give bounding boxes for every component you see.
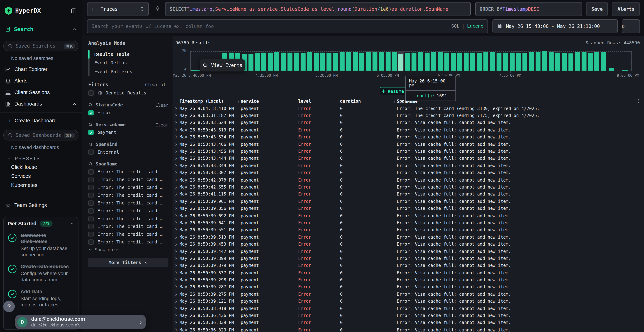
row-expand-chevron-icon[interactable]: ❯ (174, 163, 180, 168)
sidebar-item-client-sessions[interactable]: Client Sessions (0, 86, 82, 98)
clear-filter-button[interactable]: Clear (156, 122, 168, 127)
table-row[interactable]: ❯May 26 8:50:42.878 PMpaymentError0Error… (174, 176, 644, 183)
histogram-bar[interactable] (568, 54, 573, 70)
date-range-picker[interactable]: May 26 15:40:00 - May 26 21:10:00 (492, 19, 618, 33)
row-expand-chevron-icon[interactable]: ❯ (174, 249, 180, 253)
histogram-bar[interactable] (360, 53, 364, 70)
filter-option[interactable]: Error: The credit card … (88, 232, 168, 237)
histogram-bar[interactable] (588, 53, 593, 70)
filter-option[interactable]: Error: The credit card … (88, 169, 168, 174)
histogram-bar[interactable] (451, 53, 456, 70)
histogram-bar[interactable] (542, 52, 547, 70)
collapse-sidebar-icon[interactable] (71, 8, 77, 14)
histogram-bar[interactable] (483, 52, 488, 70)
get-started-item[interactable]: Add DataStart sending logs, metrics, or … (8, 289, 74, 308)
table-row[interactable]: ❯May 26 8:50:39.442 PMpaymentError0Error… (174, 248, 644, 255)
column-resize-handle[interactable]: ⋮ (294, 99, 298, 103)
histogram-bar[interactable] (490, 52, 495, 70)
histogram-bar[interactable] (300, 53, 306, 70)
col-header-timestamp[interactable]: Timestamp (Local) (180, 98, 236, 104)
checkbox-unchecked[interactable] (88, 177, 94, 182)
row-expand-chevron-icon[interactable]: ❯ (174, 285, 180, 289)
histogram-bar[interactable] (575, 52, 580, 70)
table-row[interactable]: ❯May 26 8:50:39.901 PMpaymentError0Error… (174, 198, 644, 205)
table-row[interactable]: ❯May 26 9:03:31.187 PMpaymentError0Error… (174, 112, 644, 119)
histogram-bar[interactable] (609, 68, 614, 70)
col-header-level[interactable]: level (298, 98, 336, 104)
table-options-kebab-icon[interactable]: ⋮ (636, 98, 640, 104)
histogram-bar[interactable] (555, 52, 560, 70)
row-expand-chevron-icon[interactable]: ❯ (174, 292, 180, 296)
table-row[interactable]: ❯May 26 8:50:39.551 PMpaymentError0Error… (174, 226, 644, 233)
sidebar-item-dashboards[interactable]: Dashboards (0, 98, 82, 110)
table-row[interactable]: ❯May 26 8:50:39.298 PMpaymentError0Error… (174, 276, 644, 283)
row-expand-chevron-icon[interactable]: ❯ (174, 120, 180, 125)
table-row[interactable]: ❯May 26 8:50:36.329 PMpaymentError0Error… (174, 326, 644, 332)
histogram-bar[interactable] (425, 52, 430, 70)
alerts-button[interactable]: Alerts (612, 2, 640, 16)
row-expand-chevron-icon[interactable]: ❯ (174, 135, 180, 139)
filter-option[interactable]: Error: The credit card … (88, 177, 168, 182)
histogram-bar[interactable] (405, 53, 410, 70)
table-row[interactable]: ❯May 26 8:50:39.379 PMpaymentError0Error… (174, 262, 644, 269)
table-row[interactable]: ❯May 26 8:50:43.455 PMpaymentError0Error… (174, 148, 644, 155)
histogram-bar[interactable] (346, 52, 351, 70)
filter-option[interactable]: Error: The credit card … (88, 193, 168, 198)
table-row[interactable]: ❯May 26 8:50:43.307 PMpaymentError0Error… (174, 169, 644, 176)
mode-tab-event-deltas[interactable]: Event Deltas (94, 59, 132, 67)
table-row[interactable]: ❯May 26 8:50:42.655 PMpaymentError0Error… (174, 183, 644, 190)
source-select[interactable]: Traces (87, 2, 149, 16)
histogram-bar[interactable] (510, 53, 514, 70)
row-expand-chevron-icon[interactable]: ❯ (174, 170, 180, 174)
show-more-button[interactable]: Show more (88, 247, 168, 252)
checkbox-unchecked[interactable] (88, 200, 94, 206)
histogram-bar[interactable] (327, 53, 332, 70)
histogram-bar[interactable] (431, 52, 436, 70)
histogram-bar[interactable] (562, 53, 567, 70)
help-button[interactable]: ? (3, 301, 15, 312)
table-row[interactable]: ❯May 26 8:50:43.613 PMpaymentError0Error… (174, 126, 644, 133)
histogram-bar[interactable] (418, 52, 423, 70)
sidebar-item-search[interactable]: Search (0, 23, 82, 36)
table-row[interactable]: ❯May 26 8:50:39.287 PMpaymentError0Error… (174, 283, 644, 290)
row-expand-chevron-icon[interactable]: ❯ (174, 278, 180, 282)
row-expand-chevron-icon[interactable]: ❯ (174, 214, 180, 218)
histogram-bar[interactable] (255, 53, 260, 70)
chevron-up-icon[interactable] (72, 27, 77, 31)
saved-searches-input[interactable]: Saved Searches ⌘K (3, 40, 78, 51)
filter-option[interactable]: Error: The credit card … (88, 208, 168, 214)
column-resize-handle[interactable]: ⋮ (393, 99, 397, 103)
row-expand-chevron-icon[interactable]: ❯ (174, 156, 180, 160)
row-expand-chevron-icon[interactable]: ❯ (174, 235, 180, 239)
histogram-bar[interactable] (268, 52, 273, 70)
get-started-item[interactable]: Create Data SourcesConfigure where your … (8, 264, 74, 283)
histogram-bar[interactable] (444, 52, 449, 70)
row-expand-chevron-icon[interactable]: ❯ (174, 220, 180, 225)
filter-option[interactable]: Error: The credit card … (88, 216, 168, 222)
checkbox-unchecked[interactable] (88, 150, 94, 155)
row-expand-chevron-icon[interactable]: ❯ (174, 328, 180, 332)
sql-orderby-input[interactable]: ORDER BY Timestamp DESC (475, 2, 582, 16)
histogram-bar[interactable] (366, 52, 371, 70)
sql-select-input[interactable]: SELECT Timestamp, ServiceName as service… (165, 2, 471, 16)
histogram-bar[interactable] (248, 54, 253, 70)
histogram-bar[interactable] (529, 52, 534, 70)
filter-option[interactable]: Error: The credit card … (88, 240, 168, 245)
chevron-up-icon[interactable] (70, 221, 74, 226)
row-expand-chevron-icon[interactable]: ❯ (174, 314, 180, 318)
histogram-bar[interactable] (594, 52, 600, 70)
source-settings-gear-icon[interactable] (152, 6, 162, 12)
histogram-bar[interactable] (294, 53, 299, 70)
mode-tab-event-patterns[interactable]: Event Patterns (94, 68, 132, 76)
histogram-bar[interactable] (536, 52, 540, 70)
sidebar-item-alerts[interactable]: Alerts (0, 75, 82, 86)
histogram-bar[interactable] (496, 53, 502, 70)
more-filters-button[interactable]: More filters (88, 258, 168, 268)
events-histogram[interactable] (190, 51, 632, 71)
table-row[interactable]: ❯May 26 8:50:39.513 PMpaymentError0Error… (174, 233, 644, 240)
histogram-bar[interactable] (281, 52, 286, 70)
histogram-bar[interactable] (314, 52, 318, 70)
row-expand-chevron-icon[interactable]: ❯ (174, 228, 180, 232)
checkbox-unchecked[interactable] (88, 216, 94, 222)
table-row[interactable]: ❯May 26 8:50:36.339 PMpaymentError0Error… (174, 319, 644, 326)
